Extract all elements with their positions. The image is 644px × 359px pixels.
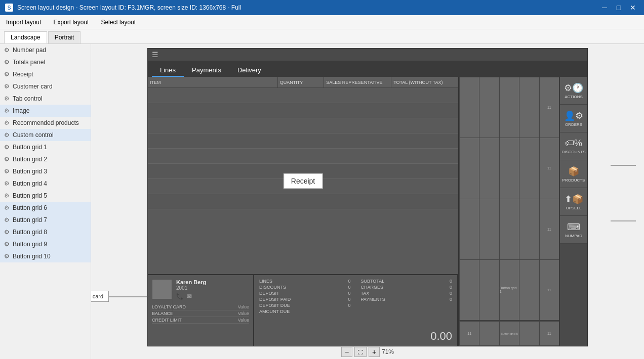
col-item: ITEM <box>148 77 278 87</box>
btn-cell <box>479 260 499 320</box>
customer-info: Karen Berg 2001 📞 ✉ <box>176 279 249 300</box>
sidebar-item-receipt[interactable]: ⚙ Receipt <box>0 68 91 80</box>
btn-cell <box>460 77 479 138</box>
sidebar-item-customercard[interactable]: ⚙ Customer card <box>0 80 91 93</box>
gear-icon: ⚙ <box>4 83 10 90</box>
close-button[interactable]: ✕ <box>627 3 639 13</box>
action-btn-upsell[interactable]: ⬆📦 UPSELL <box>560 188 587 216</box>
sidebar-item-buttongrid4[interactable]: ⚙ Button grid 4 <box>0 177 91 190</box>
btn-cell: 11 <box>540 260 559 320</box>
zoom-in-button[interactable]: + <box>369 347 380 357</box>
receipt-line <box>148 133 458 149</box>
hamburger-icon: ☰ <box>152 51 158 59</box>
actions-sidebar: ⚙🕐 ACTIONS 👤⚙ ORDERS 🏷% DISCOUNTS <box>559 77 587 346</box>
actions-icon: ⚙🕐 <box>564 82 583 94</box>
upsell-icon: ⬆📦 <box>565 194 583 205</box>
sidebar-item-buttongrid9[interactable]: ⚙ Button grid 9 <box>0 238 91 250</box>
sidebar-item-recommended[interactable]: ⚙ Recommended products <box>0 117 91 129</box>
btn-cell: 11 <box>460 322 479 345</box>
gear-icon: ⚙ <box>4 180 10 187</box>
btn-cell <box>479 199 499 259</box>
btn-cell <box>519 322 539 345</box>
sidebar-item-numberpad[interactable]: ⚙ Number pad <box>0 44 91 56</box>
btn-cell <box>500 138 519 198</box>
btn-cell-label: Button grid 1 <box>500 260 519 320</box>
gear-icon: ⚙ <box>4 71 10 78</box>
gear-icon: ⚙ <box>4 192 10 199</box>
design-canvas: ☰ Lines Payments Delivery <box>147 48 588 346</box>
discounts-icon: 🏷% <box>565 138 582 149</box>
customer-contact-icons: 📞 ✉ <box>176 293 249 300</box>
btn-cell-label: Button grid 5 <box>500 322 519 345</box>
col-quantity: QUANTITY <box>278 77 325 87</box>
col-total: TOTAL (WITHOUT TAX) <box>391 77 458 87</box>
btn-cell: 11 <box>540 322 559 345</box>
totals-discounts-row: DISCOUNTS 0 <box>259 284 351 290</box>
gear-icon: ⚙ <box>4 204 10 211</box>
menu-import-layout[interactable]: Import layout <box>4 18 43 27</box>
sidebar-item-buttongrid2[interactable]: ⚙ Button grid 2 <box>0 153 91 165</box>
customer-avatar <box>152 279 172 299</box>
receipt-line <box>148 149 458 164</box>
phone-icon: 📞 <box>176 293 184 300</box>
col-rep: SALES REPRESENTATIVE <box>324 77 391 87</box>
menu-select-layout[interactable]: Select layout <box>99 18 138 27</box>
app-icon: S <box>5 4 13 12</box>
totals-right-col: SUBTOTAL 0 CHARGES 0 TAX <box>361 278 453 327</box>
sidebar-item-buttongrid3[interactable]: ⚙ Button grid 3 <box>0 165 91 177</box>
receipt-header: ITEM QUANTITY SALES REPRESENTATIVE TOTAL… <box>148 77 458 88</box>
btn-cell <box>500 199 519 259</box>
zoom-reset-button[interactable]: ⛶ <box>354 347 367 357</box>
gear-icon: ⚙ <box>4 229 10 236</box>
action-btn-numpad[interactable]: ⌨ NUMPAD <box>560 216 587 244</box>
btn-cell: 11 <box>540 77 559 138</box>
gear-icon: ⚙ <box>4 156 10 163</box>
canvas-tab-payments[interactable]: Payments <box>184 64 229 77</box>
gear-icon: ⚙ <box>4 47 10 54</box>
sidebar-item-buttongrid1[interactable]: ⚙ Button grid 1 <box>0 141 91 153</box>
action-btn-actions[interactable]: ⚙🕐 ACTIONS <box>560 77 587 105</box>
orientation-tabs: Landscape Portrait <box>0 29 644 44</box>
customer-name: Karen Berg <box>176 279 249 285</box>
tab-landscape[interactable]: Landscape <box>4 31 47 43</box>
zoom-level-label: 71% <box>382 348 394 355</box>
sidebar-item-buttongrid10[interactable]: ⚙ Button grid 10 <box>0 250 91 262</box>
maximize-button[interactable]: □ <box>613 3 625 13</box>
btn-cell <box>519 77 539 138</box>
canvas-tab-bar: Lines Payments Delivery <box>148 61 587 77</box>
sidebar-item-buttongrid7[interactable]: ⚙ Button grid 7 <box>0 214 91 226</box>
sidebar-item-buttongrid6[interactable]: ⚙ Button grid 6 <box>0 202 91 214</box>
totals-charges-row: CHARGES 0 <box>361 284 453 290</box>
totals-tax-row: TAX 0 <box>361 290 453 296</box>
btn-cell <box>479 77 499 138</box>
btn-cell <box>479 322 499 345</box>
sidebar-item-buttongrid8[interactable]: ⚙ Button grid 8 <box>0 226 91 238</box>
canvas-tab-lines[interactable]: Lines <box>152 64 184 77</box>
tab-portrait[interactable]: Portrait <box>48 31 81 43</box>
action-btn-orders[interactable]: 👤⚙ ORDERS <box>560 105 587 132</box>
sidebar-item-totalspanel[interactable]: ⚙ Totals panel <box>0 56 91 68</box>
customer-card-panel: Karen Berg 2001 📞 ✉ <box>148 275 254 346</box>
btn-cell: 11 <box>540 138 559 198</box>
canvas-tab-delivery[interactable]: Delivery <box>229 64 269 77</box>
loyalty-card-field: LOYALTY CARD Value <box>152 304 249 310</box>
sidebar-item-buttongrid5[interactable]: ⚙ Button grid 5 <box>0 190 91 202</box>
sidebar-item-tabcontrol[interactable]: ⚙ Tab control <box>0 93 91 105</box>
action-btn-discounts[interactable]: 🏷% DISCOUNTS <box>560 132 587 160</box>
menu-export-layout[interactable]: Export layout <box>51 18 91 27</box>
gear-icon: ⚙ <box>4 144 10 151</box>
minimize-button[interactable]: ─ <box>598 3 611 13</box>
totals-deposit-paid-row: DEPOSIT PAID 0 <box>259 296 351 302</box>
btn-cell: 11 <box>540 199 559 259</box>
btn-cell <box>500 77 519 138</box>
gear-icon: ⚙ <box>4 253 10 260</box>
action-btn-products[interactable]: 📦 PRODUCTS <box>560 160 587 188</box>
sidebar-item-image[interactable]: ⚙ Image <box>0 105 91 117</box>
totals-panel: LINES 0 DISCOUNTS 0 DEPOSIT <box>254 275 458 346</box>
zoom-out-button[interactable]: − <box>341 347 352 357</box>
gear-icon: ⚙ <box>4 131 10 139</box>
receipt-label: Receipt <box>284 173 323 189</box>
sidebar-item-customcontrol[interactable]: ⚙ Custom control <box>0 129 91 141</box>
gear-icon: ⚙ <box>4 168 10 175</box>
btn-cell <box>519 138 539 198</box>
